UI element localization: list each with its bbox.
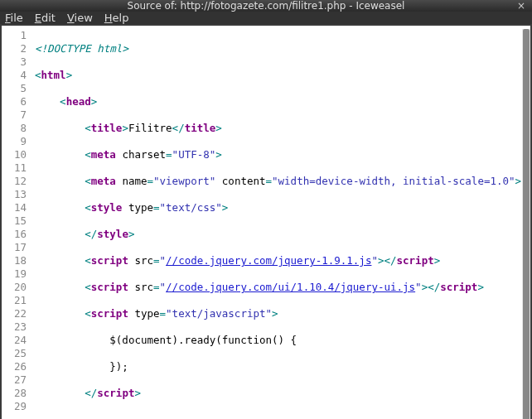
line-num: 24: [2, 334, 27, 347]
line-num: 4: [2, 69, 27, 82]
source-view: 1 2 3 4 5 6 7 8 9 10 11 12 13 14 15 16 1…: [2, 26, 530, 419]
line-num: 2: [2, 42, 27, 55]
code-line: <head>: [35, 95, 530, 108]
menubar: File Edit View Help: [0, 12, 532, 24]
line-num: 27: [2, 373, 27, 387]
code-line: <script src="//code.jquery.com/ui/1.10.4…: [35, 281, 530, 294]
line-num: 21: [2, 294, 27, 307]
code-line: <script type="text/javascript">: [35, 307, 530, 320]
line-num: 20: [2, 281, 27, 294]
menu-help[interactable]: Help: [104, 12, 129, 24]
code-line: </script>: [35, 387, 530, 400]
line-gutter: 1 2 3 4 5 6 7 8 9 10 11 12 13 14 15 16 1…: [2, 26, 31, 419]
line-num: 28: [2, 387, 27, 400]
link[interactable]: //code.jquery.com/ui/1.10.4/jquery-ui.js: [166, 281, 415, 293]
window-title: Source of: http://fotogazete.com/filitre…: [0, 0, 532, 12]
line-num: 19: [2, 267, 27, 281]
titlebar: Source of: http://fotogazete.com/filitre…: [0, 0, 532, 12]
code-line: <meta charset="UTF-8">: [35, 148, 530, 161]
link[interactable]: //code.jquery.com/jquery-1.9.1.js: [166, 254, 371, 267]
line-num: 25: [2, 347, 27, 360]
line-num: 23: [2, 320, 27, 334]
line-num: 10: [2, 148, 27, 161]
code-line: <!DOCTYPE html>: [35, 42, 530, 55]
line-num: 14: [2, 201, 27, 214]
line-num: 5: [2, 82, 27, 95]
code-line: $(document).ready(function() {: [35, 334, 530, 347]
window: Source of: http://fotogazete.com/filitre…: [0, 0, 532, 419]
menu-edit[interactable]: Edit: [35, 12, 56, 24]
line-num: 29: [2, 400, 27, 413]
code-area[interactable]: <!DOCTYPE html> <html> <head> <title>Fil…: [31, 26, 530, 419]
line-num: 12: [2, 175, 27, 188]
line-num: 26: [2, 360, 27, 373]
close-icon[interactable]: ×: [515, 0, 527, 12]
code-line: <title>Filitre</title>: [35, 122, 530, 135]
code-line: <meta name="viewport" content="width=dev…: [35, 175, 530, 188]
code-line: });: [35, 360, 530, 373]
line-num: 11: [2, 161, 27, 175]
line-num: 6: [2, 95, 27, 108]
line-num: 15: [2, 214, 27, 228]
menu-view[interactable]: View: [67, 12, 93, 24]
line-num: 22: [2, 307, 27, 320]
line-num: 8: [2, 122, 27, 135]
scrollbar-thumb[interactable]: [523, 29, 530, 419]
scrollbar[interactable]: [522, 29, 530, 419]
code-line: </style>: [35, 228, 530, 241]
code-line: [35, 413, 530, 419]
line-num: 9: [2, 135, 27, 148]
line-num: 13: [2, 188, 27, 201]
code-line: <html>: [35, 69, 530, 82]
line-num: 16: [2, 228, 27, 241]
line-num: 1: [2, 29, 27, 42]
code-line: <script src="//code.jquery.com/jquery-1.…: [35, 254, 530, 267]
line-num: 7: [2, 108, 27, 122]
code-line: <style type="text/css">: [35, 201, 530, 214]
line-num: 17: [2, 241, 27, 254]
line-num: 3: [2, 55, 27, 69]
line-num: 18: [2, 254, 27, 267]
menu-file[interactable]: File: [5, 12, 23, 24]
